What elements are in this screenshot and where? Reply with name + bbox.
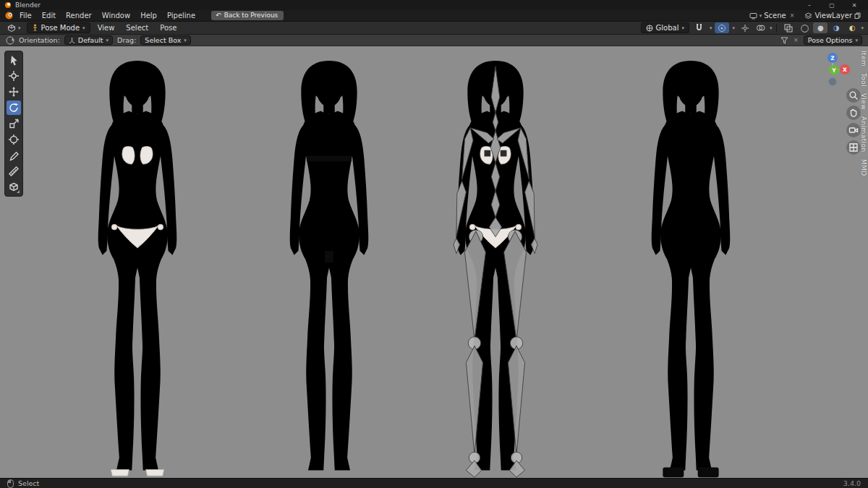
window-title: Blender (15, 1, 41, 9)
tool-settings-bar: Orientation: Default ▾ Drag: Select Box … (0, 35, 868, 46)
chevron-down-icon: ▾ (18, 25, 21, 31)
tool-scale[interactable] (7, 116, 21, 131)
shading-rendered-icon[interactable]: ◐ (845, 22, 859, 33)
maximize-button[interactable]: ▢ (822, 1, 841, 9)
menu-select[interactable]: Select (122, 24, 153, 32)
tool-rotate[interactable] (7, 100, 21, 115)
body-mesh (652, 61, 731, 470)
scene-selector[interactable]: ▾ Scene × (746, 12, 799, 20)
snap-magnet-icon[interactable] (692, 22, 707, 33)
menu-render[interactable]: Render (61, 12, 96, 20)
axis-y-label: Y (831, 67, 836, 74)
mouse-left-click-icon (7, 479, 14, 488)
editor-type-selector[interactable]: ▾ (4, 24, 24, 32)
mode-dropdown[interactable]: Pose Mode ▾ (27, 22, 90, 33)
viewport-3d[interactable]: Z Y X Item Tool View Anima (0, 46, 868, 478)
orientation-dropdown[interactable]: Default ▾ (64, 35, 113, 45)
filter-icon[interactable] (780, 36, 788, 44)
transform-icon (8, 134, 20, 145)
zoom-button[interactable] (846, 88, 861, 103)
menubar: File Edit Render Window Help Pipeline ↶ … (0, 10, 868, 22)
viewlayer-selector[interactable]: ViewLayer (801, 12, 864, 20)
editor-3d-viewport-icon (7, 24, 16, 32)
shading-wireframe-icon[interactable]: ◯ (797, 22, 812, 33)
chevron-down-icon[interactable]: ▾ (770, 25, 773, 31)
chevron-down-icon: ▾ (681, 25, 684, 31)
blender-logo-icon (4, 1, 12, 9)
navigation-gizmo[interactable]: Z Y X (814, 51, 851, 87)
menu-window[interactable]: Window (98, 12, 135, 20)
clear-icon[interactable]: × (792, 37, 800, 43)
blender-window: Blender – ▢ ✕ File Edit Render Window He… (0, 0, 868, 488)
close-button[interactable]: ✕ (845, 1, 864, 9)
status-mode-text: Select (18, 479, 39, 487)
menu-edit[interactable]: Edit (38, 12, 60, 20)
chevron-down-icon: ▾ (855, 38, 858, 43)
tool-move[interactable] (7, 85, 21, 99)
toolbar (4, 51, 23, 197)
menu-help[interactable]: Help (136, 12, 161, 20)
unlink-scene-icon[interactable]: × (788, 12, 796, 19)
tab-mmd[interactable]: MMD (860, 159, 867, 176)
minimize-button[interactable]: – (800, 1, 819, 9)
tool-add-extras[interactable] (7, 180, 21, 194)
menu-file[interactable]: File (15, 12, 36, 20)
orientation-label: Orientation: (19, 36, 60, 44)
menu-pipeline[interactable]: Pipeline (163, 12, 200, 20)
tool-tweak[interactable] (7, 53, 21, 67)
chevron-down-icon: ▾ (184, 38, 187, 43)
blender-app-icon[interactable] (4, 12, 14, 20)
back-to-previous-button[interactable]: ↶ Back to Previous (211, 11, 284, 20)
character-model-armature[interactable] (423, 61, 568, 478)
transform-orientation-dropdown[interactable]: Global ▾ (641, 22, 689, 33)
pan-button[interactable] (846, 106, 861, 120)
character-model-underwear[interactable] (65, 61, 210, 478)
chevron-down-icon[interactable]: ▾ (861, 25, 864, 31)
tool-measure[interactable] (7, 164, 21, 179)
toggle-ortho-button[interactable] (846, 140, 861, 155)
toggle-xray-icon[interactable] (781, 22, 796, 33)
axes-icon (69, 37, 75, 44)
shading-material-icon[interactable]: ◑ (829, 22, 843, 33)
shading-solid-icon[interactable]: ● (813, 22, 827, 33)
rotate-icon (8, 102, 20, 114)
version-text: 3.4.0 (843, 479, 861, 487)
body-mesh (98, 61, 177, 470)
tab-tool[interactable]: Tool (860, 73, 867, 87)
tool-annotate[interactable] (7, 148, 21, 163)
character-model-censored[interactable] (257, 61, 401, 478)
sidebar-tab-strip: Item Tool View Animation MMD (860, 51, 867, 176)
viewlayer-icon (804, 12, 812, 20)
hand-icon (848, 108, 859, 118)
camera-icon (848, 125, 859, 135)
menu-view[interactable]: View (93, 24, 119, 32)
tab-view[interactable]: View (860, 93, 867, 110)
body-mesh (290, 61, 369, 470)
chevron-down-icon: ▾ (760, 13, 762, 19)
tweak-cursor-icon (8, 54, 20, 66)
annotate-pen-icon (8, 150, 20, 161)
chevron-down-icon[interactable]: ▾ (732, 25, 735, 31)
pose-options-dropdown[interactable]: Pose Options ▾ (804, 35, 862, 45)
shoes-overlay (663, 468, 718, 478)
tool-transform[interactable] (7, 132, 21, 147)
chevron-down-icon[interactable]: ▾ (710, 25, 712, 31)
character-model-dark[interactable] (618, 61, 763, 478)
tab-animation[interactable]: Animation (860, 116, 867, 152)
titlebar: Blender – ▢ ✕ (0, 0, 868, 10)
axis-z-negative-handle[interactable] (829, 78, 836, 85)
statusbar: Select 3.4.0 (0, 478, 868, 488)
proportional-edit-icon[interactable] (715, 22, 729, 33)
copy-icon[interactable] (854, 12, 861, 20)
camera-view-button[interactable] (846, 123, 861, 137)
show-gizmo-icon[interactable] (738, 22, 752, 33)
show-overlays-icon[interactable] (754, 22, 768, 33)
tab-item[interactable]: Item (860, 51, 867, 67)
magnifier-icon (848, 90, 859, 100)
axis-z-label: Z (830, 55, 835, 61)
menu-pose[interactable]: Pose (156, 24, 181, 32)
tool-cursor[interactable] (7, 69, 21, 83)
armature-bones-overlay[interactable] (454, 67, 537, 477)
pose-mode-icon (32, 24, 38, 32)
drag-dropdown[interactable]: Select Box ▾ (140, 35, 191, 45)
